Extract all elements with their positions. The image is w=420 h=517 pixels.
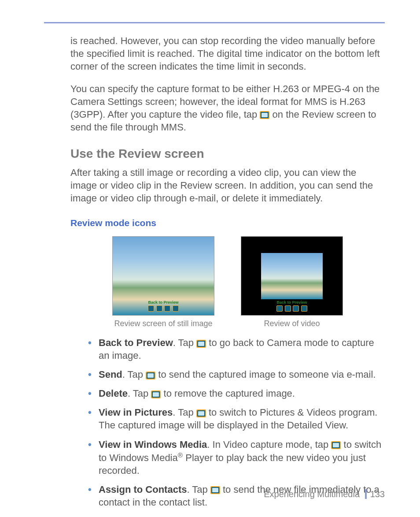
- bullet-pre: . Tap: [187, 484, 210, 495]
- bullet-pre: . In Video capture mode, tap: [207, 439, 331, 450]
- icon-bar-still: Back to Preview: [113, 300, 214, 312]
- bullet-pre: . Tap: [173, 407, 196, 418]
- assign-contacts-icon: [210, 486, 220, 494]
- paragraph-after-h2: After taking a still image or recording …: [70, 166, 385, 205]
- bullet-bold: Back to Preview: [99, 337, 173, 348]
- delete-icon: [164, 305, 170, 312]
- bullet-bold: Assign to Contacts: [99, 484, 187, 495]
- heading-review-mode-icons: Review mode icons: [70, 218, 385, 228]
- icon-bar-video: Back to Preview: [241, 300, 343, 312]
- caption-still: Review screen of still image: [112, 319, 214, 328]
- list-item: View in Pictures. Tap to switch to Pictu…: [88, 406, 385, 431]
- bullet-bold: Delete: [99, 388, 128, 399]
- back-icon: [276, 305, 283, 312]
- view-icon: [173, 305, 179, 312]
- send-email-icon: [146, 372, 155, 379]
- footer-section-name: Experiencing Multimedia: [264, 489, 360, 499]
- footer-page-number: 133: [370, 489, 385, 499]
- list-item: Delete. Tap to remove the captured image…: [88, 387, 385, 400]
- back-to-preview-icon: [196, 340, 206, 348]
- send-icon: [285, 305, 291, 312]
- bullet-pre: . Tap: [128, 388, 151, 399]
- list-item: Send. Tap to send the captured image to …: [88, 368, 385, 381]
- view-pictures-icon: [196, 409, 206, 417]
- figure-still: Back to Preview Review screen of still i…: [112, 236, 214, 328]
- heading-use-review-screen: Use the Review screen: [70, 147, 385, 161]
- video-thumbnail: [261, 253, 323, 299]
- paragraph-continuation: is reached. However, you can stop record…: [70, 34, 385, 73]
- video-preview: Back to Preview: [241, 236, 343, 316]
- figure-video: Back to Preview Review of video: [241, 236, 343, 328]
- bullet-bold: View in Pictures: [99, 407, 173, 418]
- list-item: Back to Preview. Tap to go back to Camer…: [88, 336, 385, 362]
- list-item: View in Windows Media. In Video capture …: [88, 438, 385, 477]
- footer-divider: 133: [365, 489, 385, 499]
- bullet-bold: View in Windows Media: [99, 439, 207, 450]
- caption-video: Review of video: [241, 319, 343, 328]
- delete-icon: [293, 305, 299, 312]
- bullet-bold: Send: [99, 369, 122, 380]
- bullet-pre: . Tap: [173, 337, 196, 348]
- page-footer: Experiencing Multimedia 133: [264, 489, 385, 499]
- figures-row: Back to Preview Review screen of still i…: [70, 236, 385, 328]
- play-icon: [301, 305, 307, 312]
- back-to-preview-label-video: Back to Preview: [241, 300, 343, 305]
- back-to-preview-label: Back to Preview: [113, 300, 214, 305]
- paragraph-format: You can specify the capture format to be…: [70, 82, 385, 134]
- bullet-post: to send the captured image to someone vi…: [155, 369, 376, 380]
- back-icon: [148, 305, 154, 312]
- bullet-list: Back to Preview. Tap to go back to Camer…: [70, 336, 385, 509]
- bullet-pre: . Tap: [122, 369, 146, 380]
- bullet-post: to remove the captured image.: [161, 388, 295, 399]
- send-icon: [156, 305, 162, 312]
- send-mms-icon: [260, 111, 269, 119]
- delete-trash-icon: [151, 391, 161, 398]
- registered-symbol: ®: [178, 451, 183, 459]
- top-rule: [44, 22, 385, 23]
- still-image-preview: Back to Preview: [112, 236, 214, 316]
- windows-media-icon: [331, 441, 341, 449]
